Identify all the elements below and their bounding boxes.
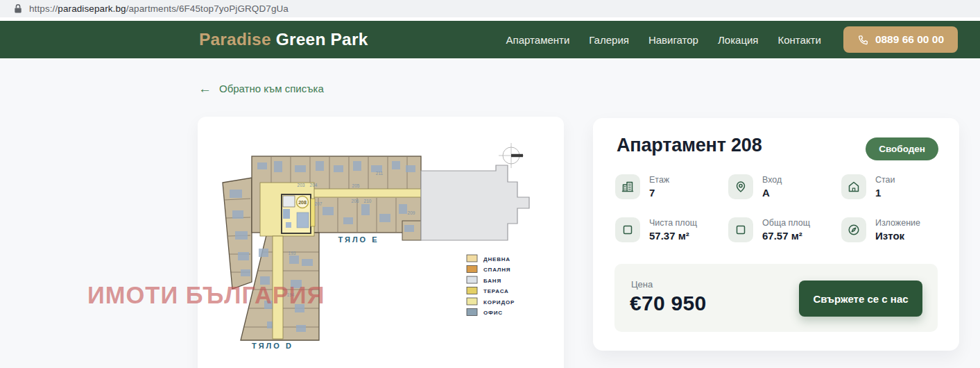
logo-part-1: Paradise (199, 30, 271, 49)
detail-exposure-label: Изложение (875, 218, 920, 229)
legend-swatch-spalnya (467, 266, 477, 273)
nav-item-contacts[interactable]: Контакти (777, 34, 820, 46)
svg-text:211: 211 (376, 171, 384, 176)
wing-label-d: ТЯЛО D (252, 342, 293, 350)
detail-net-area: Чиста площ 57.37 м² (615, 217, 697, 242)
area-icon (728, 217, 753, 242)
svg-text:210: 210 (364, 199, 372, 203)
back-link-label: Обратно към списъка (219, 83, 324, 94)
back-to-list-link[interactable]: ← Обратно към списъка (198, 82, 324, 95)
detail-floor: Етаж 7 (615, 174, 669, 199)
floorplan-legend: ДНЕВНА СПАЛНЯ БАНЯ ТЕРАСА КОРИДОР ОФИС (467, 255, 515, 316)
logo-part-2: Green Park (276, 30, 368, 49)
url-path: /apartments/6F45top7yoPjGRQD7gUa (126, 3, 289, 14)
watermark-text: ИМОТИ БЪЛГАРИЯ (87, 282, 325, 309)
compass-rose-icon (499, 143, 524, 168)
legend-label-terasa: ТЕРАСА (483, 288, 509, 294)
svg-text:206: 206 (352, 199, 359, 203)
nav-item-apartments[interactable]: Апартаменти (506, 34, 570, 46)
area-icon (615, 217, 640, 242)
map-pin-icon (728, 174, 753, 199)
site-header: Paradise Green Park Апартаменти Галерия … (0, 21, 980, 58)
legend-swatch-ofis (467, 309, 477, 316)
page: https://paradisepark.bg/apartments/6F45t… (0, 0, 980, 368)
svg-text:203: 203 (298, 183, 305, 187)
detail-entrance: Вход А (728, 174, 782, 199)
detail-rooms-label: Стаи (875, 175, 895, 186)
price-box: Цена €70 950 Свържете се с нас (614, 264, 938, 332)
legend-swatch-dnevna (467, 255, 477, 262)
detail-rooms-value: 1 (875, 187, 895, 199)
phone-number: 0889 66 00 00 (875, 33, 944, 46)
detail-exposure-value: Изток (875, 230, 920, 242)
detail-total-area: Обща площ 67.57 м² (728, 217, 810, 242)
legend-label-banya: БАНЯ (483, 278, 501, 284)
status-badge: Свободен (866, 137, 938, 160)
svg-text:205: 205 (352, 183, 360, 188)
phone-icon (857, 34, 869, 46)
svg-text:207: 207 (315, 201, 323, 206)
nav-item-navigator[interactable]: Навигатор (648, 34, 698, 46)
wing-label-e: ТЯЛО Е (338, 235, 379, 244)
floorplan-card: 208 203 204 205 211 206 210 207 209 193 … (198, 117, 564, 368)
detail-exposure: Изложение Изток (841, 217, 920, 242)
compass-icon (841, 217, 866, 242)
detail-floor-value: 7 (649, 187, 669, 199)
legend-label-koridor: КОРИДОР (483, 299, 515, 306)
highlighted-unit-number: 208 (298, 200, 307, 205)
nav-item-gallery[interactable]: Галерия (589, 34, 629, 46)
apartment-details-card: Апартамент 208 Свободен Етаж 7 (593, 118, 959, 351)
svg-text:204: 204 (310, 183, 318, 187)
home-icon (841, 174, 866, 199)
url-text: https://paradisepark.bg/apartments/6F45t… (29, 3, 289, 14)
price-label: Цена (631, 279, 653, 290)
site-logo[interactable]: Paradise Green Park (199, 21, 368, 58)
legend-swatch-terasa (467, 287, 477, 294)
floorplan-image: 208 203 204 205 211 206 210 207 209 193 … (198, 117, 564, 368)
legend-label-dnevna: ДНЕВНА (483, 256, 510, 262)
url-domain: paradisepark.bg (58, 3, 126, 14)
detail-entrance-label: Вход (762, 175, 782, 186)
legend-swatch-banya (467, 276, 477, 283)
svg-text:193: 193 (289, 251, 296, 256)
svg-text:209: 209 (408, 210, 415, 215)
detail-total-area-value: 67.57 м² (762, 230, 810, 242)
legend-swatch-koridor (467, 298, 477, 305)
highlighted-apartment[interactable]: 208 (282, 194, 315, 233)
detail-entrance-value: А (762, 187, 782, 199)
contact-us-button[interactable]: Свържете се с нас (799, 281, 922, 317)
detail-net-area-value: 57.37 м² (649, 230, 697, 242)
detail-net-area-label: Чиста площ (649, 218, 697, 229)
legend-label-spalnya: СПАЛНЯ (483, 267, 510, 273)
url-scheme: https:// (29, 3, 58, 14)
browser-address-bar[interactable]: https://paradisepark.bg/apartments/6F45t… (0, 0, 980, 17)
main-nav: Апартаменти Галерия Навигатор Локация Ко… (506, 21, 958, 58)
detail-floor-label: Етаж (649, 175, 669, 186)
building-icon (615, 174, 640, 199)
phone-button[interactable]: 0889 66 00 00 (843, 26, 958, 53)
back-arrow-icon: ← (198, 82, 212, 95)
price-value: €70 950 (630, 292, 707, 315)
detail-rooms: Стаи 1 (841, 174, 895, 199)
nav-item-location[interactable]: Локация (718, 34, 759, 46)
legend-label-ofis: ОФИС (483, 310, 503, 316)
detail-total-area-label: Обща площ (762, 218, 810, 229)
lock-icon (14, 3, 22, 14)
apartment-title: Апартамент 208 (617, 135, 762, 156)
